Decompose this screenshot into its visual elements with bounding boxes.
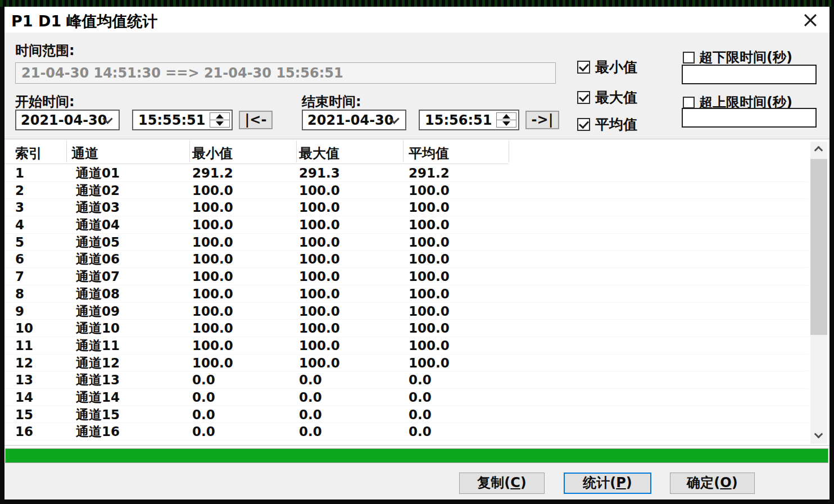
table-cell: 100.0 [299, 269, 340, 285]
table-cell: 通道05 [76, 234, 120, 251]
start-date-value: 2021-04-30 [21, 111, 107, 130]
scroll-up-icon[interactable] [810, 142, 827, 157]
table-cell: 100.0 [299, 251, 340, 267]
table-row[interactable]: 13通道130.00.00.0 [4, 371, 808, 389]
table-cell: 5 [15, 234, 24, 251]
table-body: 1通道01291.2291.3291.22通道02100.0100.0100.0… [4, 165, 808, 441]
start-time-spinner[interactable]: 15:55:51 [132, 110, 233, 130]
table-row[interactable]: 15通道150.00.00.0 [4, 406, 808, 424]
table-cell: 100.0 [299, 217, 340, 233]
start-time-label: 开始时间: [15, 93, 75, 111]
table-cell: 100.0 [192, 251, 233, 267]
table-row[interactable]: 9通道09100.0100.0100.0 [4, 303, 808, 320]
column-header-min[interactable]: 最小值 [192, 144, 233, 162]
table-cell: 100.0 [299, 183, 340, 199]
table-row[interactable]: 5通道05100.0100.0100.0 [4, 234, 808, 251]
table-cell: 通道02 [76, 183, 120, 199]
table-row[interactable]: 10通道10100.0100.0100.0 [4, 320, 808, 337]
header-separator [296, 140, 297, 162]
vertical-scrollbar[interactable] [810, 142, 827, 444]
end-date-combobox[interactable]: 2021-04-30 [302, 110, 406, 130]
channel-stats-table: 索引 通道 最小值 最大值 平均值 1通道01291.2291.3291.22通… [4, 139, 830, 446]
table-cell: 100.0 [299, 199, 340, 216]
table-cell: 100.0 [192, 234, 233, 251]
table-row[interactable]: 7通道07100.0100.0100.0 [4, 268, 808, 285]
table-cell: 0.0 [299, 372, 322, 388]
table-cell: 8 [15, 286, 24, 302]
spin-down-icon[interactable] [210, 120, 229, 127]
lower-limit-input[interactable] [682, 65, 817, 84]
column-header-max[interactable]: 最大值 [299, 144, 339, 162]
table-cell: 1 [15, 165, 24, 181]
copy-button[interactable]: 复制(C) [459, 473, 545, 494]
spinner-buttons [496, 112, 516, 128]
start-time-value: 15:55:51 [138, 111, 205, 130]
spin-up-icon[interactable] [210, 113, 229, 120]
lower-limit-checkbox[interactable] [683, 52, 695, 63]
max-value-option[interactable]: 最大值 [577, 88, 637, 107]
scroll-down-icon[interactable] [810, 428, 827, 444]
table-cell: 100.0 [192, 303, 233, 320]
table-cell: 0.0 [409, 424, 432, 440]
table-cell: 0.0 [192, 389, 215, 406]
header-underline [4, 164, 509, 164]
end-time-spinner[interactable]: 15:56:51 [419, 110, 519, 130]
min-value-checkbox[interactable] [577, 61, 590, 74]
table-cell: 100.0 [409, 320, 450, 337]
statistics-button[interactable]: 统计(P) [564, 473, 651, 494]
background-strip [0, 0, 834, 7]
min-value-label: 最小值 [595, 58, 637, 76]
column-header-index[interactable]: 索引 [15, 144, 42, 162]
table-row[interactable]: 12通道12100.0100.0100.0 [4, 355, 808, 372]
start-date-combobox[interactable]: 2021-04-30 [15, 110, 120, 130]
lower-limit-option[interactable]: 超下限时间(秒) [683, 48, 792, 66]
column-header-avg[interactable]: 平均值 [409, 144, 449, 162]
table-row[interactable]: 4通道04100.0100.0100.0 [4, 216, 808, 234]
upper-limit-checkbox[interactable] [683, 97, 695, 108]
table-row[interactable]: 8通道08100.0100.0100.0 [4, 285, 808, 303]
table-cell: 通道01 [76, 165, 120, 181]
table-row[interactable]: 14通道140.00.00.0 [4, 389, 808, 406]
table-cell: 13 [15, 372, 33, 388]
table-cell: 通道06 [76, 251, 120, 267]
table-cell: 通道07 [76, 269, 120, 285]
title-bar: P1 D1 峰值均值统计 [4, 7, 830, 33]
upper-limit-input[interactable] [682, 108, 817, 128]
table-cell: 9 [15, 303, 24, 320]
table-row[interactable]: 2通道02100.0100.0100.0 [4, 182, 808, 199]
close-icon[interactable] [799, 10, 822, 31]
table-cell: 291.3 [299, 165, 340, 181]
table-cell: 100.0 [192, 320, 233, 337]
ok-button[interactable]: 确定(O) [670, 473, 755, 494]
table-cell: 100.0 [409, 183, 450, 199]
table-cell: 0.0 [299, 389, 322, 406]
table-cell: 15 [15, 407, 33, 423]
table-row[interactable]: 11通道11100.0100.0100.0 [4, 337, 808, 355]
spin-up-icon[interactable] [497, 113, 516, 120]
table-cell: 通道13 [76, 372, 120, 388]
max-value-checkbox[interactable] [577, 91, 590, 104]
seek-end-button[interactable]: ->| [525, 111, 559, 129]
scrollbar-thumb[interactable] [810, 159, 827, 335]
seek-start-button[interactable]: |<- [239, 111, 273, 129]
time-range-label: 时间范围: [15, 42, 75, 60]
table-cell: 100.0 [409, 303, 450, 320]
column-header-channel[interactable]: 通道 [71, 144, 98, 162]
table-cell: 100.0 [409, 251, 450, 267]
table-cell: 100.0 [192, 338, 233, 354]
spin-down-icon[interactable] [497, 120, 516, 127]
table-row[interactable]: 3通道03100.0100.0100.0 [4, 199, 808, 216]
avg-value-checkbox[interactable] [577, 118, 590, 131]
table-row[interactable]: 6通道06100.0100.0100.0 [4, 251, 808, 268]
avg-value-option[interactable]: 平均值 [577, 115, 637, 134]
table-cell: 0.0 [409, 407, 432, 423]
end-time-value: 15:56:51 [425, 111, 492, 130]
table-row[interactable]: 1通道01291.2291.3291.2 [4, 165, 808, 182]
table-cell: 291.2 [409, 165, 450, 181]
table-cell: 通道11 [76, 338, 120, 354]
table-cell: 100.0 [409, 269, 450, 285]
header-separator [403, 140, 404, 162]
avg-value-label: 平均值 [595, 115, 637, 134]
table-row[interactable]: 16通道160.00.00.0 [4, 423, 808, 441]
min-value-option[interactable]: 最小值 [577, 58, 637, 76]
